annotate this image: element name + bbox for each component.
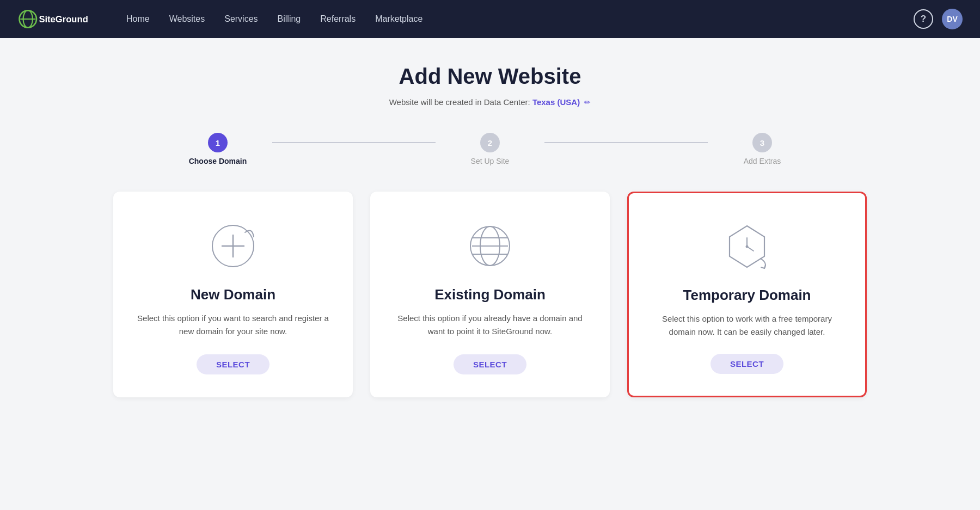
- new-domain-select-button[interactable]: SELECT: [197, 354, 270, 374]
- nav-links: Home Websites Services Billing Referrals…: [126, 14, 892, 24]
- new-domain-title: New Domain: [191, 286, 275, 303]
- temporary-domain-select-button[interactable]: SELECT: [710, 354, 783, 374]
- existing-domain-card[interactable]: Existing Domain Select this option if yo…: [370, 192, 610, 397]
- existing-domain-desc: Select this option if you already have a…: [393, 312, 587, 339]
- logo[interactable]: SiteGround: [17, 7, 94, 31]
- domain-cards: New Domain Select this option if you wan…: [33, 192, 947, 397]
- step-line-2: [544, 142, 708, 143]
- step-2-circle: 2: [480, 133, 500, 152]
- navbar: SiteGround Home Websites Services Billin…: [0, 0, 980, 38]
- existing-domain-select-button[interactable]: SELECT: [454, 354, 526, 374]
- step-line-1: [272, 142, 436, 143]
- nav-right: ? DV: [914, 9, 963, 29]
- step-3-circle: 3: [752, 133, 772, 152]
- new-domain-card[interactable]: New Domain Select this option if you wan…: [113, 192, 353, 397]
- datacenter-link[interactable]: Texas (USA): [532, 97, 580, 107]
- main-content: Add New Website Website will be created …: [0, 38, 980, 423]
- step-1-label: Choose Domain: [189, 157, 247, 165]
- edit-datacenter-icon[interactable]: ✏: [584, 98, 591, 107]
- new-domain-desc: Select this option if you want to search…: [136, 312, 330, 339]
- nav-services[interactable]: Services: [224, 14, 258, 24]
- nav-billing[interactable]: Billing: [278, 14, 301, 24]
- page-title: Add New Website: [33, 64, 947, 89]
- svg-text:SiteGround: SiteGround: [39, 14, 88, 24]
- existing-domain-icon: [463, 219, 517, 273]
- step-3-label: Add Extras: [744, 157, 781, 165]
- new-domain-icon: [206, 219, 260, 273]
- temporary-domain-icon: [720, 219, 774, 274]
- help-button[interactable]: ?: [914, 9, 933, 29]
- nav-websites[interactable]: Websites: [169, 14, 205, 24]
- nav-marketplace[interactable]: Marketplace: [375, 14, 422, 24]
- stepper: 1 Choose Domain 2 Set Up Site 3 Add Extr…: [33, 133, 947, 165]
- nav-home[interactable]: Home: [126, 14, 150, 24]
- step-2-label: Set Up Site: [471, 157, 510, 165]
- temporary-domain-title: Temporary Domain: [683, 287, 811, 304]
- temporary-domain-card[interactable]: Temporary Domain Select this option to w…: [627, 192, 867, 397]
- avatar[interactable]: DV: [942, 9, 963, 29]
- step-1-circle: 1: [208, 133, 228, 152]
- step-3: 3 Add Extras: [708, 133, 817, 165]
- existing-domain-title: Existing Domain: [434, 286, 546, 303]
- svg-line-14: [747, 247, 754, 251]
- subtitle: Website will be created in Data Center: …: [33, 97, 947, 107]
- step-1: 1 Choose Domain: [163, 133, 272, 165]
- step-2: 2 Set Up Site: [436, 133, 544, 165]
- nav-referrals[interactable]: Referrals: [320, 14, 356, 24]
- temporary-domain-desc: Select this option to work with a free t…: [651, 312, 843, 339]
